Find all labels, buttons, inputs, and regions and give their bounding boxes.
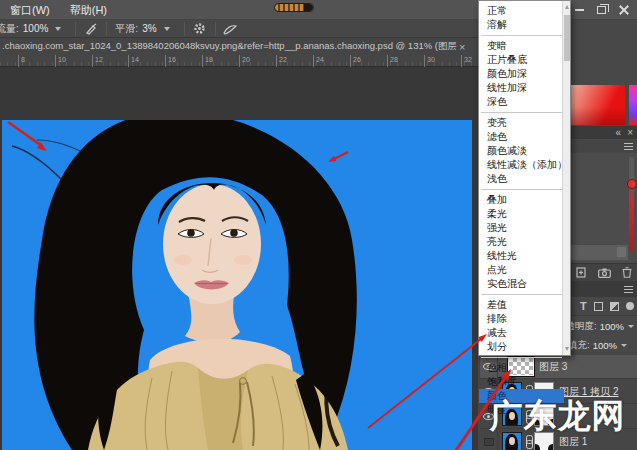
blend-mode-item[interactable]: 划分 [479, 340, 564, 354]
mask-link-icon[interactable] [524, 435, 532, 449]
blend-mode-item[interactable]: 浅色 [479, 172, 564, 186]
blend-mode-item[interactable]: 滤色 [479, 130, 564, 144]
blend-mode-item-selected[interactable]: 颜色 [479, 389, 564, 403]
ruler-tick: 30 [424, 55, 435, 67]
smoothing-dropdown-icon[interactable] [164, 27, 170, 31]
flow-label: 流量: [0, 22, 19, 36]
close-icon[interactable] [619, 5, 629, 15]
fill-value[interactable]: 100% [593, 340, 617, 351]
opacity-value[interactable]: 100% [600, 321, 624, 332]
blend-mode-item[interactable]: 溶解 [479, 18, 564, 32]
blend-mode-item[interactable]: 差值 [479, 298, 564, 312]
scrollbar-thumb[interactable] [564, 15, 570, 61]
trash-icon[interactable] [622, 267, 632, 278]
flow-control[interactable]: 流量: 100% [0, 20, 69, 38]
blend-mode-item[interactable]: 排除 [479, 312, 564, 326]
brush-pressure-icon[interactable] [222, 22, 240, 36]
blend-mode-item[interactable]: 强光 [479, 221, 564, 235]
gear-icon[interactable] [191, 22, 209, 36]
document-canvas[interactable] [0, 67, 478, 450]
history-state-row[interactable] [570, 245, 628, 260]
progress-capsule-icon [274, 3, 314, 12]
color-picker-field[interactable] [570, 85, 625, 125]
blend-mode-item[interactable]: 柔光 [479, 207, 564, 221]
filter-type-icon[interactable]: T [580, 300, 587, 312]
slider-knob[interactable] [627, 179, 637, 189]
panel-menu-icon[interactable] [624, 143, 633, 150]
flow-dropdown-icon[interactable] [55, 27, 61, 31]
filter-shape-icon[interactable] [594, 302, 603, 311]
filter-smart-object-icon[interactable] [610, 302, 619, 311]
menu-separator [481, 112, 562, 113]
menu-help[interactable]: 帮助(H) [60, 0, 117, 20]
snapshot-camera-icon[interactable] [598, 268, 611, 278]
horizontal-ruler[interactable]: 8 10 12 14 16 18 20 22 24 26 28 30 32 [0, 55, 478, 67]
history-panel-footer [570, 263, 637, 281]
blend-mode-item[interactable]: 正片叠底 [479, 53, 564, 67]
fill-dropdown-icon[interactable] [621, 344, 627, 347]
dropdown-scrollbar[interactable] [562, 1, 570, 355]
hidden-visibility-box[interactable] [484, 438, 494, 446]
blend-mode-item[interactable]: 色相 [479, 361, 564, 375]
photoshop-window: 窗口(W) 帮助(H) 流量: 100% 平滑: 3% [0, 0, 637, 450]
blend-mode-item[interactable]: 线性减淡（添加） [479, 158, 564, 172]
panel-header: « × [570, 126, 637, 139]
smoothing-value[interactable]: 3% [142, 23, 156, 34]
blend-mode-item[interactable]: 明度 [479, 403, 564, 417]
blend-mode-item[interactable]: 点光 [479, 263, 564, 277]
blend-mode-item[interactable]: 深色 [479, 95, 564, 109]
blend-mode-dropdown: 正常 溶解 变暗 正片叠底 颜色加深 线性加深 深色 变亮 滤色 颜色减淡 线性… [478, 0, 571, 356]
ruler-tick: 20 [239, 55, 250, 67]
menu-separator [481, 294, 562, 295]
ruler-tick: 12 [92, 55, 103, 67]
blend-mode-item[interactable]: 饱和度 [479, 375, 564, 389]
blend-mode-item[interactable]: 减去 [479, 326, 564, 340]
opacity-dropdown-icon[interactable] [628, 325, 634, 328]
close-panel-icon[interactable]: × [627, 127, 633, 138]
layer-thumbnail-photo[interactable] [502, 432, 522, 450]
document-title: .chaoxing.com_star_1024_0_1389840206048k… [2, 40, 457, 53]
blend-mode-item[interactable]: 线性加深 [479, 81, 564, 95]
blend-mode-item[interactable]: 实色混合 [479, 277, 564, 291]
airbrush-icon[interactable] [82, 22, 100, 36]
filter-toggle-icon[interactable] [626, 302, 634, 310]
smoothing-label: 平滑: [115, 22, 138, 36]
ruler-tick: 14 [128, 55, 139, 67]
ruler-tick: 16 [165, 55, 176, 67]
ruler-tick: 26 [350, 55, 361, 67]
layer-name[interactable]: 图层 1 [559, 435, 587, 449]
blend-mode-item[interactable]: 叠加 [479, 193, 564, 207]
ruler-tick: 8 [18, 55, 25, 67]
blend-mode-item[interactable]: 变暗 [479, 39, 564, 53]
restore-icon[interactable] [597, 6, 606, 14]
ruler-tick: 32 [461, 55, 472, 67]
visibility-cell[interactable] [480, 430, 498, 450]
menu-window[interactable]: 窗口(W) [0, 0, 60, 20]
minimize-icon[interactable] [575, 9, 584, 11]
new-document-from-state-icon[interactable] [576, 267, 587, 278]
layer-name[interactable]: 图层 1 拷贝 2 [559, 385, 618, 399]
blend-mode-item[interactable]: 线性光 [479, 249, 564, 263]
hue-slider[interactable] [629, 85, 637, 125]
panel-scrollbar[interactable] [629, 157, 634, 252]
flow-value[interactable]: 100% [23, 23, 49, 34]
blend-mode-item[interactable]: 正常 [479, 4, 564, 18]
blend-mode-item[interactable]: 变亮 [479, 116, 564, 130]
blend-mode-item[interactable]: 颜色减淡 [479, 144, 564, 158]
menu-separator [481, 35, 562, 36]
panel-tab-strip [570, 140, 637, 153]
tab-close-icon[interactable]: × [459, 42, 465, 52]
portrait-photo [2, 120, 472, 450]
menu-separator [481, 357, 562, 358]
layer-filter-row: T [570, 297, 637, 316]
smoothing-control[interactable]: 平滑: 3% [113, 20, 177, 38]
blend-mode-item[interactable]: 颜色加深 [479, 67, 564, 81]
layers-panel-menu-icon[interactable] [624, 286, 633, 293]
collapse-panel-icon[interactable]: « [616, 127, 622, 138]
layer-row-1[interactable]: 图层 1 [480, 430, 637, 450]
blend-mode-item[interactable]: 亮光 [479, 235, 564, 249]
history-panel [570, 153, 637, 263]
document-tab[interactable]: .chaoxing.com_star_1024_0_1389840206048k… [0, 38, 482, 55]
layer-mask-thumbnail[interactable] [534, 432, 554, 450]
ruler-tick: 10 [55, 55, 66, 67]
